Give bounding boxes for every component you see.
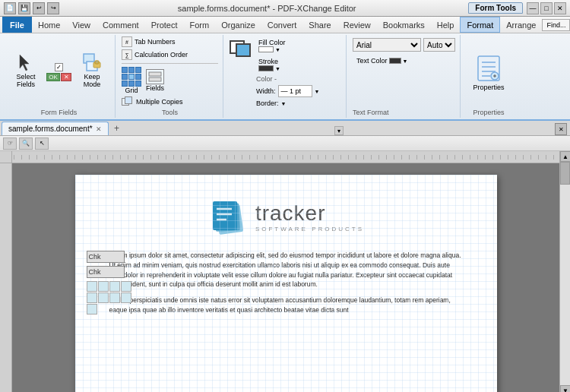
menu-help[interactable]: Help — [431, 17, 461, 33]
ok-cancel-row: OK ✕ — [46, 73, 71, 81]
window-close-btn[interactable]: ✕ — [555, 123, 567, 135]
title-text: sample.forms.document* - PDF-XChange Edi… — [65, 4, 468, 13]
menu-convert[interactable]: Convert — [261, 17, 303, 33]
menu-home[interactable]: Home — [32, 17, 66, 33]
text-color-label: Text Color — [356, 57, 388, 65]
grid-cell-5[interactable] — [87, 292, 97, 303]
tab-numbers-label[interactable]: Tab Numbers — [135, 38, 176, 46]
stroke-color-label: Stroke — [258, 58, 278, 65]
menu-view[interactable]: View — [66, 17, 97, 33]
font-family-select[interactable]: Arial — [353, 38, 421, 52]
menu-bookmarks[interactable]: Bookmarks — [377, 17, 431, 33]
form-fields-group-label: Form Fields — [41, 107, 78, 116]
tab-center-area: ▾ — [124, 126, 555, 135]
tab-numbers-icon: # — [122, 36, 132, 47]
grid-icon — [122, 67, 141, 87]
menu-file[interactable]: File — [2, 17, 32, 33]
menu-comment[interactable]: Comment — [97, 17, 145, 33]
checkbox-field-2[interactable]: Chk — [87, 266, 125, 278]
document-tab[interactable]: sample.forms.document* ✕ — [2, 122, 109, 135]
minimize-btn[interactable]: — — [527, 2, 539, 14]
properties-label: Properties — [473, 84, 504, 91]
grid-button[interactable]: Grid — [122, 67, 141, 94]
ok-symbol: OK — [46, 73, 60, 81]
menu-review[interactable]: Review — [337, 17, 377, 33]
logo-text: tracker SOFTWARE PRODUCTS — [255, 201, 364, 232]
tab-numbers-row: # Tab Numbers — [122, 36, 218, 47]
checkbox-field-1[interactable]: Chk — [87, 251, 125, 263]
new-tab-btn[interactable]: + — [110, 122, 124, 135]
grid-cell-8[interactable] — [121, 292, 131, 303]
grid-cell-9[interactable] — [87, 304, 97, 315]
button-grid-field — [87, 281, 131, 315]
grid-cell-4[interactable] — [121, 281, 131, 292]
select-tool-btn[interactable]: ↖ — [35, 138, 49, 150]
close-btn[interactable]: ✕ — [554, 2, 566, 14]
undo-icon[interactable]: ↩ — [33, 2, 45, 14]
color-boxes-icon — [228, 37, 252, 58]
fields-button[interactable]: Fields — [146, 69, 164, 92]
find-btn[interactable]: Find... — [542, 19, 570, 31]
keep-mode-button[interactable]: KeepMode — [74, 49, 110, 95]
grid-label: Grid — [125, 87, 138, 94]
menu-arrange[interactable]: Arrange — [500, 17, 542, 33]
text-color-button[interactable]: Text Color ▼ — [353, 55, 411, 67]
menu-form[interactable]: Form — [184, 17, 216, 33]
scroll-track[interactable] — [560, 162, 570, 385]
logo-icon — [207, 198, 249, 236]
keep-mode-label: KeepMode — [84, 73, 101, 90]
font-size-select[interactable]: Auto — [423, 38, 455, 52]
width-input[interactable]: — 1 pt — [278, 85, 312, 97]
checkbox-label-2: Chk — [89, 268, 101, 276]
check-symbol: ✓ — [55, 63, 63, 71]
scrollbar-vertical[interactable]: ▲ ▼ — [559, 151, 570, 392]
border-label: Border: — [256, 100, 279, 107]
border-row: Border: ▼ — [256, 100, 343, 107]
text-color-row: Text Color ▼ — [353, 55, 455, 67]
checkbox-row: ✓ — [55, 63, 63, 71]
form-fields-area: Chk Chk — [87, 251, 131, 315]
ribbon: SelectFields ✓ OK ✕ — [0, 33, 570, 121]
width-dropdown[interactable]: ▼ — [315, 89, 320, 94]
scroll-down-btn[interactable]: ▼ — [560, 385, 570, 392]
document-page: tracker SOFTWARE PRODUCTS Chk Chk — [75, 175, 497, 392]
grid-cell-6[interactable] — [98, 292, 109, 303]
quick-access[interactable]: 💾 — [18, 2, 30, 14]
zoom-tool-btn[interactable]: 🔍 — [19, 138, 33, 150]
menu-share[interactable]: Share — [302, 17, 337, 33]
maximize-btn[interactable]: □ — [540, 2, 553, 14]
grid-cell-7[interactable] — [109, 292, 120, 303]
tab-close-btn[interactable]: ✕ — [96, 125, 102, 133]
copies-icon — [122, 96, 134, 107]
select-fields-button[interactable]: SelectFields — [8, 49, 44, 95]
menu-organize[interactable]: Organize — [215, 17, 261, 33]
hand-tool-btn[interactable]: ☞ — [3, 138, 17, 150]
scroll-thumb[interactable] — [560, 162, 570, 185]
scroll-up-btn[interactable]: ▲ — [560, 151, 570, 162]
menu-format[interactable]: Format — [460, 17, 500, 33]
cursor-icon — [15, 52, 36, 73]
calc-order-label[interactable]: Calculation Order — [135, 51, 188, 58]
document-view[interactable]: tracker SOFTWARE PRODUCTS Chk Chk — [12, 151, 559, 392]
border-dropdown[interactable]: ▼ — [281, 101, 287, 106]
multiple-copies-label[interactable]: Multiple Copies — [136, 98, 183, 106]
paragraph-1: Lorem ipsum dolor sit amet, consectetur … — [109, 251, 463, 289]
collapse-btn[interactable]: ▾ — [334, 126, 344, 135]
logo-subtitle: SOFTWARE PRODUCTS — [255, 226, 364, 232]
grid-cell-1[interactable] — [87, 281, 97, 292]
redo-icon[interactable]: ↪ — [47, 2, 59, 14]
menu-protect[interactable]: Protect — [145, 17, 184, 33]
properties-button[interactable]: Properties — [467, 51, 510, 93]
fill-color-button[interactable]: Fill Color ▼ — [256, 37, 343, 54]
grid-cell-2[interactable] — [98, 281, 109, 292]
form-tools-tab[interactable]: Form Tools — [468, 2, 523, 14]
font-row: Arial Auto — [353, 38, 455, 52]
stroke-color-button[interactable]: Stroke ▼ — [256, 56, 343, 73]
app-icon: 📄 — [4, 2, 16, 14]
fill-color-label: Fill Color — [258, 39, 286, 46]
svg-rect-17 — [213, 201, 237, 230]
ribbon-group-tools: # Tab Numbers ∑ Calculation Order Grid — [117, 35, 223, 118]
grid-cell-3[interactable] — [109, 281, 120, 292]
window-controls: — □ ✕ — [527, 2, 566, 14]
ribbon-group-style: Fill Color ▼ Stroke ▼ Color — [225, 35, 347, 118]
